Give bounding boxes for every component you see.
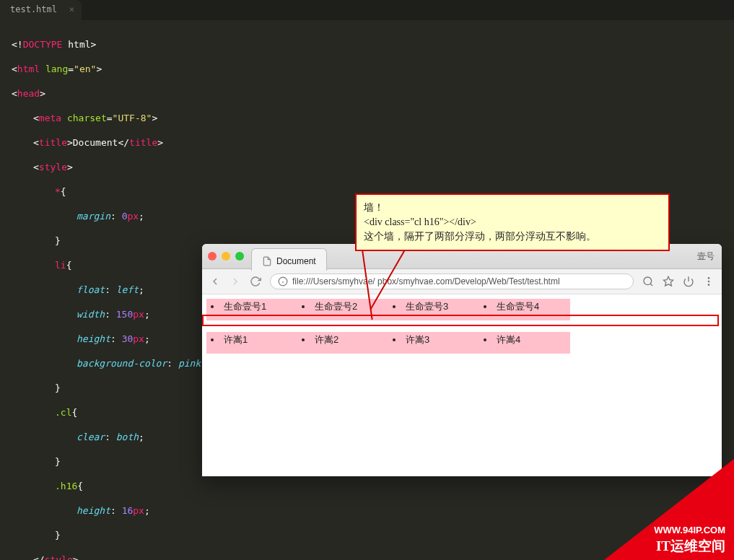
list-item: 许嵩1 (206, 332, 297, 354)
tab-filename: test.html (10, 4, 57, 14)
editor-tab[interactable]: test.html × (0, 0, 82, 20)
forward-icon (230, 276, 241, 287)
svg-marker-5 (663, 276, 673, 286)
browser-tab[interactable]: Document (251, 248, 327, 271)
address-bar-row: file:///Users/smyhvae/ pbox/smyhvae.com/… (202, 269, 722, 294)
power-icon[interactable] (683, 276, 694, 287)
browser-window: Document 壹号 file:///Users/smyhvae/ pbox/… (202, 244, 722, 476)
list-item: 生命壹号1 (206, 299, 297, 320)
list-item: 许嵩4 (479, 332, 570, 354)
list-item: 生命壹号4 (479, 299, 570, 320)
maximize-icon[interactable] (235, 252, 244, 261)
close-icon[interactable]: × (69, 4, 74, 14)
clear-wall (206, 320, 722, 332)
list-item: 许嵩3 (388, 332, 479, 354)
svg-point-9 (708, 284, 710, 286)
minimize-icon[interactable] (222, 252, 230, 261)
svg-line-4 (650, 284, 652, 286)
close-icon[interactable] (208, 252, 217, 261)
menu-icon[interactable] (703, 276, 715, 287)
svg-point-3 (644, 277, 652, 285)
svg-point-7 (708, 277, 710, 279)
list-item: 许嵩2 (297, 332, 388, 354)
star-icon[interactable] (663, 276, 674, 287)
annotation-callout: 墙！ <div class="cl h16"></div> 这个墙，隔开了两部分… (355, 193, 670, 251)
svg-point-8 (708, 281, 710, 283)
back-icon[interactable] (209, 276, 221, 287)
page-content: 生命壹号1 生命壹号2 生命壹号3 生命壹号4 许嵩1 许嵩2 许嵩3 许嵩4 (202, 294, 722, 476)
callout-line2: <div class="cl h16"></div> (364, 215, 661, 229)
address-bar[interactable]: file:///Users/smyhvae/ pbox/smyhvae.com/… (270, 274, 634, 289)
watermark-title: IT运维空间 (654, 538, 725, 554)
window-controls (208, 252, 244, 261)
url-text: file:///Users/smyhvae/ pbox/smyhvae.com/… (292, 276, 560, 286)
watermark-url: WWW.94IP.COM (654, 522, 725, 538)
info-icon (278, 276, 288, 286)
editor-tab-bar: test.html × (0, 0, 734, 20)
file-icon (262, 256, 272, 266)
callout-line1: 墙！ (364, 201, 661, 215)
browser-tab-title: Document (276, 256, 316, 266)
watermark-text: WWW.94IP.COM IT运维空间 (654, 522, 725, 554)
list-item: 生命壹号3 (388, 299, 479, 320)
zoom-icon[interactable] (642, 276, 654, 287)
profile-badge[interactable]: 壹号 (697, 250, 715, 263)
callout-line3: 这个墙，隔开了两部分浮动，两部分浮动互不影响。 (364, 229, 661, 244)
reload-icon[interactable] (250, 276, 261, 287)
